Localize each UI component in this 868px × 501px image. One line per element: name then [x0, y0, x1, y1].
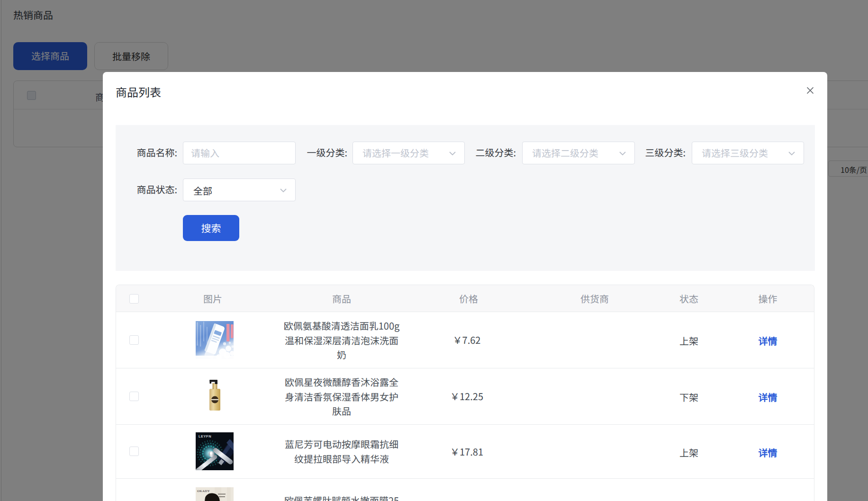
- svg-text:OKADY: OKADY: [197, 489, 210, 493]
- svg-text:LEYFN: LEYFN: [199, 434, 211, 438]
